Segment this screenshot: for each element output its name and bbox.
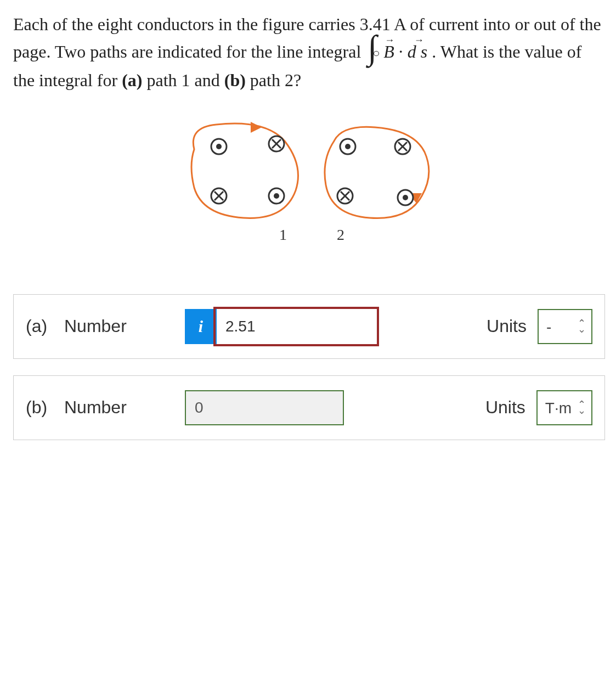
units-select-a[interactable]: - ⌃⌄ xyxy=(538,309,592,344)
info-icon: i xyxy=(199,314,203,340)
units-value-a: - xyxy=(546,315,551,339)
svg-marker-0 xyxy=(251,122,262,133)
path-2-label: 2 xyxy=(337,226,344,243)
part-a-label: (a) xyxy=(26,313,64,340)
units-label-b: Units xyxy=(485,394,525,421)
number-input-b[interactable] xyxy=(185,390,344,425)
chevron-updown-icon: ⌃⌄ xyxy=(578,402,586,414)
q-a-text: path 1 and xyxy=(146,70,224,90)
svg-point-11 xyxy=(274,193,279,199)
info-badge[interactable]: i xyxy=(185,309,217,344)
units-value-b: T·m xyxy=(545,396,572,420)
units-select-b[interactable]: T·m ⌃⌄ xyxy=(536,390,592,425)
number-input-a[interactable] xyxy=(217,310,376,343)
number-label-b: Number xyxy=(64,394,185,421)
q-a-bold: (a) xyxy=(122,70,142,90)
path-1-label: 1 xyxy=(279,226,287,243)
svg-point-3 xyxy=(216,144,222,149)
answer-row-b: (b) Number Units T·m ⌃⌄ xyxy=(13,375,605,440)
vector-B: →B xyxy=(383,38,394,66)
units-label-a: Units xyxy=(487,313,527,340)
number-label-a: Number xyxy=(64,313,185,340)
chevron-updown-icon: ⌃⌄ xyxy=(578,320,586,333)
vector-ds: →d s xyxy=(408,38,427,66)
integral-symbol: ∫○ xyxy=(368,40,377,67)
q-b-text: path 2? xyxy=(250,70,301,90)
question-text: Each of the eight conductors in the figu… xyxy=(13,11,605,94)
answer-row-a: (a) Number i Units - ⌃⌄ xyxy=(13,294,605,359)
part-b-label: (b) xyxy=(26,394,64,421)
q-b-bold: (b) xyxy=(224,70,246,90)
svg-point-13 xyxy=(345,144,351,149)
figure: 1 2 xyxy=(13,111,605,262)
svg-point-21 xyxy=(403,195,408,200)
